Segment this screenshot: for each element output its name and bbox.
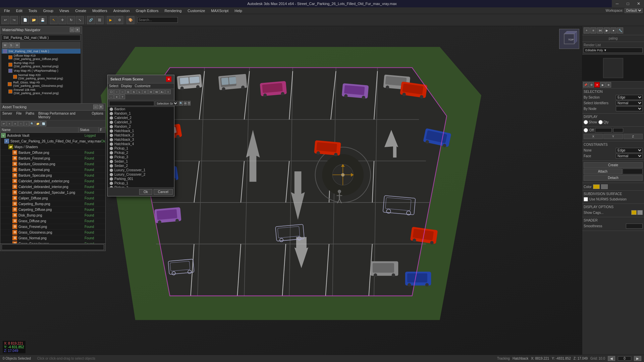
mat-btn-2[interactable]: S: [8, 43, 14, 48]
asset-toolbar-btn-2[interactable]: +: [7, 121, 12, 126]
dialog-item-pickup2[interactable]: Pickup_2: [108, 150, 174, 155]
dialog-collapse-all[interactable]: -: [108, 95, 114, 99]
dialog-item-sedan2[interactable]: Sedan_2: [108, 164, 174, 168]
mat-item-4[interactable]: Normal Map #20 (SW_parking_grass_Normal.…: [2, 73, 80, 80]
dialog-select-all[interactable]: ☐: [108, 89, 114, 94]
right-display-mode[interactable]: ●: [610, 27, 616, 34]
mat-item-5[interactable]: Refl_Gloss. Map #9 (SW_parking_grass_Glo…: [2, 80, 80, 88]
dialog-ok-button[interactable]: Ok: [139, 189, 152, 195]
dialog-item-pickup4[interactable]: Pickup_1: [108, 181, 174, 185]
mat-item-6[interactable]: Fresnel 10k #46 (SW_parking_grass_Fresne…: [2, 88, 80, 95]
menu-maxscript[interactable]: MAXScript: [208, 8, 231, 13]
asset-toolbar-btn-5[interactable]: ↓: [24, 121, 29, 126]
maximize-button[interactable]: □: [623, 0, 633, 7]
dialog-item-luxury1[interactable]: Luxury_Crossover_1: [108, 168, 174, 172]
asset-menu-options[interactable]: Options: [91, 111, 105, 119]
move-button[interactable]: ✛: [58, 16, 66, 24]
color-swatch-2[interactable]: [601, 184, 608, 189]
by-node-select[interactable]: [616, 106, 643, 111]
by-section-select[interactable]: Edge: [616, 95, 643, 100]
x-button[interactable]: X: [584, 134, 603, 139]
menu-customize[interactable]: Customize: [185, 8, 208, 13]
dialog-filter-geo[interactable]: G: [125, 89, 131, 94]
navigation-cube[interactable]: TOP: [559, 29, 579, 49]
dialog-filter-helpers[interactable]: H: [148, 89, 154, 94]
asset-col-name[interactable]: Name: [0, 127, 78, 132]
asset-toolbar-btn-3[interactable]: ×: [12, 121, 18, 126]
asset-menu-paths[interactable]: Paths: [24, 111, 36, 119]
asset-col-status[interactable]: Status: [78, 127, 99, 132]
color-swatch-1[interactable]: [593, 184, 600, 189]
mat-item-3[interactable]: Vray Map #5 ( VRayNormalMap ): [2, 68, 80, 73]
asset-col-full[interactable]: F: [99, 127, 105, 132]
menu-rendering[interactable]: Rendering: [162, 8, 184, 13]
mod-btn-delete[interactable]: ✕: [594, 82, 600, 87]
minimize-button[interactable]: ─: [612, 0, 623, 7]
asset-item-11[interactable]: 🖼 Carpeting_Diffuse.png Found: [0, 207, 105, 213]
mod-btn-2[interactable]: ⚙: [589, 82, 594, 87]
menu-modifiers[interactable]: Modifiers: [90, 8, 110, 13]
dialog-search-input[interactable]: [109, 101, 154, 106]
dialog-filter-button[interactable]: ⚙: [184, 101, 187, 106]
dialog-item-random2[interactable]: Random_2: [108, 124, 174, 129]
asset-menu-bitmap[interactable]: Bitmap Performance and Memory: [37, 111, 89, 119]
mod-btn-3[interactable]: ▶: [600, 82, 605, 87]
asset-menu-file[interactable]: File: [15, 111, 23, 119]
use-nurms-checkbox[interactable]: [584, 197, 588, 201]
dialog-filter-cam[interactable]: C: [143, 89, 148, 94]
close-button[interactable]: ✕: [633, 0, 644, 7]
new-button[interactable]: 📄: [21, 16, 29, 24]
dialog-filter-lights[interactable]: L: [137, 89, 142, 94]
dialog-sort-az[interactable]: A↓: [160, 89, 165, 94]
asset-item-15[interactable]: 🖼 Grass_Glossiness.png Found: [0, 230, 105, 235]
mod-btn-1[interactable]: 📌: [583, 82, 588, 87]
attach-input[interactable]: [623, 169, 643, 174]
menu-file[interactable]: File: [1, 8, 13, 13]
asset-item-8[interactable]: 🖼 Cabriolet_debranded_Specular_1.png Fou…: [0, 190, 105, 195]
dialog-filter-space[interactable]: W: [154, 89, 159, 94]
render-list-dropdown[interactable]: Editable Poly ▼: [584, 48, 643, 53]
material-panel-minimize[interactable]: ─: [70, 27, 74, 32]
right-create-mode[interactable]: +: [584, 27, 590, 34]
right-hierarchy-mode[interactable]: ⋈: [597, 27, 603, 34]
dialog-search-button[interactable]: 🔍: [179, 101, 183, 106]
menu-animation[interactable]: Animation: [111, 8, 132, 13]
dialog-item-hatchback1[interactable]: Hatchback_1: [108, 129, 174, 133]
open-button[interactable]: 📂: [30, 16, 38, 24]
asset-item-9[interactable]: 🖼 Caliper_Diffuse.png Found: [0, 195, 105, 201]
dialog-filter-shapes[interactable]: S: [131, 89, 137, 94]
asset-toolbar-btn-7[interactable]: 📁: [35, 121, 41, 126]
asset-item-4[interactable]: 🖼 Bardure_Normal.png Found: [0, 167, 105, 173]
dialog-item-cabriolet3[interactable]: Cabriolet_3: [108, 120, 174, 124]
qty-radio[interactable]: [598, 120, 603, 124]
dialog-item-hatchback3[interactable]: Hatchback_3: [108, 137, 174, 142]
render-button[interactable]: ▶: [107, 16, 115, 24]
attach-button[interactable]: Attach: [584, 169, 622, 174]
mat-btn-3[interactable]: H: [14, 43, 20, 48]
constraint-select-2[interactable]: Normal: [616, 154, 643, 159]
asset-toolbar-btn-8[interactable]: 🔄: [41, 121, 46, 126]
dialog-close-button[interactable]: ✕: [166, 76, 171, 82]
preserve-input-2[interactable]: [613, 128, 623, 132]
mat-item-2[interactable]: Bump Map #10 (SW_parking_grass_Normal.pn…: [2, 61, 80, 68]
rotate-button[interactable]: ↻: [67, 16, 75, 24]
asset-toolbar-btn-6[interactable]: 🔍: [30, 121, 35, 126]
link-button[interactable]: 🔗: [87, 16, 95, 24]
scale-button[interactable]: ⤡: [76, 16, 84, 24]
asset-panel-close[interactable]: ✕: [99, 105, 103, 109]
material-panel-close[interactable]: ✕: [75, 27, 80, 32]
dialog-menu-customize[interactable]: Customize: [135, 84, 151, 88]
asset-toolbar-btn-1[interactable]: ↩: [1, 121, 6, 126]
asset-toolbar-btn-4[interactable]: ↑: [18, 121, 23, 126]
menu-group[interactable]: Group: [40, 8, 56, 13]
dialog-help[interactable]: ?: [120, 95, 125, 99]
dialog-select-none[interactable]: −: [114, 89, 119, 94]
dialog-menu-select[interactable]: Select: [109, 84, 118, 88]
select-button[interactable]: ↖: [50, 16, 58, 24]
asset-item-13[interactable]: 🖼 Grass_Diffuse.png Found: [0, 218, 105, 224]
menu-create[interactable]: Create: [72, 8, 89, 13]
dialog-item-pickup1[interactable]: Pickup_1: [108, 146, 174, 150]
create-button[interactable]: Create: [584, 162, 643, 168]
render-setup-button[interactable]: ⚙: [115, 16, 123, 24]
asset-item-6[interactable]: 🖼 Cabriolet_debranded_exterior.png Found: [0, 178, 105, 184]
